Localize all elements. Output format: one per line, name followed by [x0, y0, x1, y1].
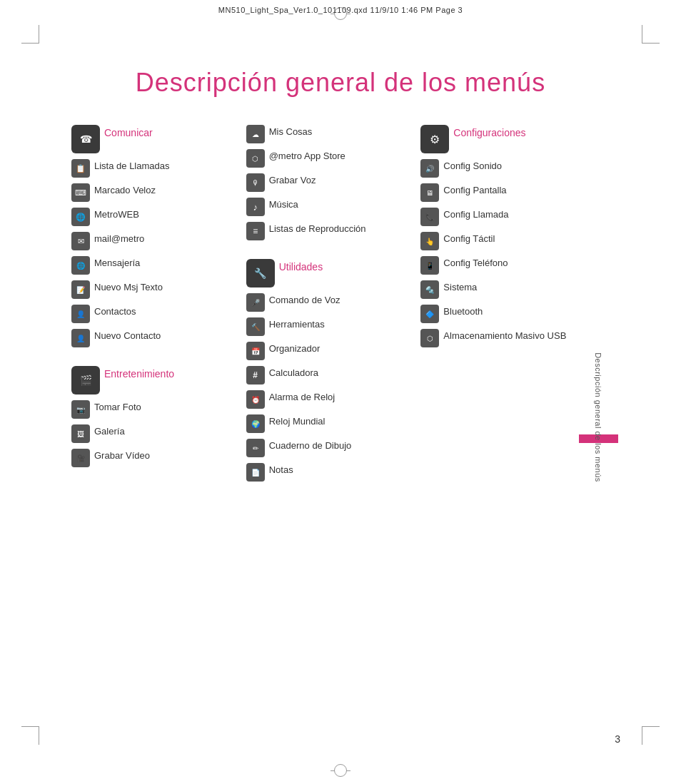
metroweb-icon: 🌐 [71, 208, 90, 226]
musica-icon: ♪ [246, 198, 265, 216]
listas-icon: ≡ [246, 222, 265, 240]
mail-icon: ✉ [71, 232, 90, 250]
configuraciones-label: Configuraciones [453, 125, 525, 139]
tomar-foto-icon: 📷 [71, 400, 90, 419]
item-comando-voz: 🎤 Comando de Voz [246, 293, 421, 312]
item-cuaderno-dibujo: ✏ Cuaderno de Dibujo [246, 439, 421, 457]
section-entretenimiento: 🎬 Entretenimiento [71, 366, 246, 394]
item-organizador: 📅 Organizador [246, 342, 421, 360]
header-bar: MN510_Light_Spa_Ver1.0_101109.qxd 11/9/1… [0, 6, 681, 14]
reloj-mundial-icon: 🌍 [246, 414, 265, 433]
item-mis-cosas: ☁ Mis Cosas [246, 125, 421, 143]
utilidades-icon: 🔧 [246, 259, 275, 287]
alarma-icon: ⏰ [246, 390, 265, 409]
config-tactil-icon: 👆 [420, 232, 439, 250]
item-contactos: 👤 Contactos [71, 305, 246, 323]
comando-voz-icon: 🎤 [246, 293, 265, 312]
item-mail: ✉ mail@metro [71, 232, 246, 250]
notas-icon: 📄 [246, 463, 265, 482]
config-sonido-icon: 🔊 [420, 159, 439, 178]
bluetooth-icon: 🔷 [420, 305, 439, 323]
galeria-icon: 🖼 [71, 424, 90, 443]
comunicar-label: Comunicar [104, 125, 153, 139]
usb-icon: ⬡ [420, 329, 439, 347]
item-metroweb: 🌐 MetroWEB [71, 208, 246, 226]
item-lista-llamadas: 📋 Lista de Llamadas [71, 159, 246, 178]
sistema-icon: 🔩 [420, 280, 439, 299]
item-galeria: 🖼 Galería [71, 424, 246, 443]
entretenimiento-label: Entretenimiento [104, 366, 174, 380]
calculadora-icon: # [246, 366, 265, 385]
appstore-icon: ⬡ [246, 149, 265, 168]
config-llamada-icon: 📞 [420, 208, 439, 226]
item-nuevo-contacto: 👤 Nuevo Contacto [71, 329, 246, 347]
contactos-icon: 👤 [71, 305, 90, 323]
item-marcado-veloz: ⌨ Marcado Veloz [71, 183, 246, 202]
item-alarma: ⏰ Alarma de Reloj [246, 390, 421, 409]
item-calculadora: # Calculadora [246, 366, 421, 385]
mis-cosas-icon: ☁ [246, 125, 265, 143]
item-mensajeria: 🌐 Mensajería [71, 256, 246, 275]
configuraciones-icon: ⚙ [420, 125, 449, 153]
marcado-veloz-icon: ⌨ [71, 183, 90, 202]
item-musica: ♪ Música [246, 198, 421, 216]
item-tomar-foto: 📷 Tomar Foto [71, 400, 246, 419]
organizador-icon: 📅 [246, 342, 265, 360]
nuevo-contacto-icon: 👤 [71, 329, 90, 347]
page-number: 3 [615, 733, 620, 745]
herramientas-icon: 🔨 [246, 317, 265, 336]
page-title: Descripción general de los menús [57, 68, 624, 98]
comunicar-icon [71, 125, 100, 153]
cuaderno-icon: ✏ [246, 439, 265, 457]
config-pantalla-icon: 🖥 [420, 183, 439, 202]
item-reloj-mundial: 🌍 Reloj Mundial [246, 414, 421, 433]
nuevo-msj-icon: 📝 [71, 280, 90, 299]
column-2: ☁ Mis Cosas ⬡ @metro App Store 🎙 Grabar … [246, 125, 421, 713]
side-text: Descripción general de los menús [594, 352, 602, 482]
section-utilidades: 🔧 Utilidades [246, 259, 421, 287]
item-nuevo-msj: 📝 Nuevo Msj Texto [71, 280, 246, 299]
item-appstore: ⬡ @metro App Store [246, 149, 421, 168]
header-text: MN510_Light_Spa_Ver1.0_101109.qxd 11/9/1… [218, 6, 463, 14]
column-1: Comunicar 📋 Lista de Llamadas ⌨ Marcado … [71, 125, 246, 713]
entretenimiento-icon: 🎬 [71, 366, 100, 394]
section-comunicar: Comunicar [71, 125, 246, 153]
item-herramientas: 🔨 Herramientas [246, 317, 421, 336]
item-grabar-video: 🎥 Grabar Vídeo [71, 449, 246, 467]
grabar-video-icon: 🎥 [71, 449, 90, 467]
mensajeria-icon: 🌐 [71, 256, 90, 275]
content-area: Comunicar 📋 Lista de Llamadas ⌨ Marcado … [71, 125, 595, 713]
grabar-voz-icon: 🎙 [246, 173, 265, 192]
item-listas-reproduccion: ≡ Listas de Reproducción [246, 222, 421, 240]
item-grabar-voz: 🎙 Grabar Voz [246, 173, 421, 192]
config-telefono-icon: 📱 [420, 256, 439, 275]
item-notas: 📄 Notas [246, 463, 421, 482]
utilidades-label: Utilidades [279, 259, 323, 273]
lista-llamadas-icon: 📋 [71, 159, 90, 178]
